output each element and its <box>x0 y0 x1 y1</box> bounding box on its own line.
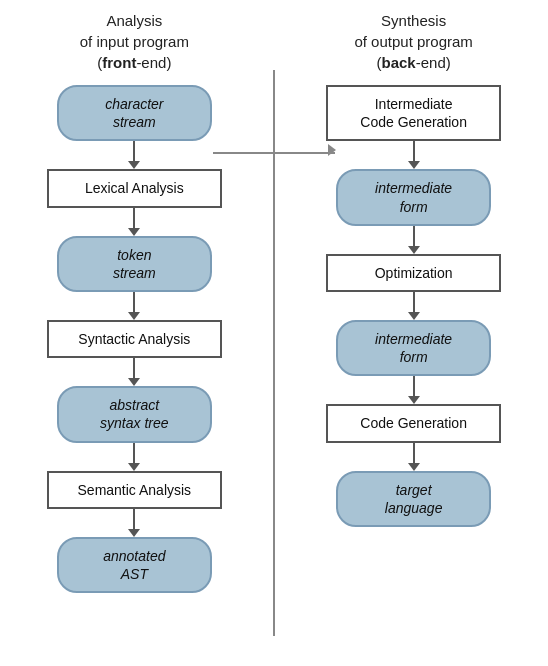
arrow-head <box>128 228 140 236</box>
arrow-r5 <box>408 443 420 471</box>
arrow-4 <box>128 358 140 386</box>
arrow-line <box>133 292 135 312</box>
right-column: Synthesisof output program(back-end) Int… <box>299 10 529 656</box>
arrow-2 <box>128 208 140 236</box>
h-connector <box>213 152 335 154</box>
diagram-container: Analysisof input program(front-end) char… <box>0 0 548 666</box>
arrow-line <box>133 358 135 378</box>
arrow-head <box>128 529 140 537</box>
intermediate-code-gen-box: IntermediateCode Generation <box>326 85 501 141</box>
abstract-syntax-tree-box: abstractsyntax tree <box>57 386 212 442</box>
left-bold: front <box>102 54 136 71</box>
arrow-line <box>133 443 135 463</box>
left-column: Analysisof input program(front-end) char… <box>19 10 249 656</box>
annotated-ast-box: annotatedAST <box>57 537 212 593</box>
intermediate-form-1-box: intermediateform <box>336 169 491 225</box>
arrow-line <box>133 141 135 161</box>
arrow-head <box>408 161 420 169</box>
left-header: Analysisof input program(front-end) <box>80 10 189 73</box>
arrow-head <box>408 463 420 471</box>
arrow-line <box>133 208 135 228</box>
arrow-r4 <box>408 376 420 404</box>
semantic-analysis-box: Semantic Analysis <box>47 471 222 509</box>
arrow-line <box>413 226 415 246</box>
lexical-analysis-box: Lexical Analysis <box>47 169 222 207</box>
arrow-r1 <box>408 141 420 169</box>
arrow-line <box>413 292 415 312</box>
h-connector-arrow <box>328 144 336 156</box>
right-header: Synthesisof output program(back-end) <box>354 10 472 73</box>
right-bold: back <box>382 54 416 71</box>
intermediate-form-2-box: intermediateform <box>336 320 491 376</box>
arrow-line <box>413 376 415 396</box>
arrow-5 <box>128 443 140 471</box>
code-generation-box: Code Generation <box>326 404 501 442</box>
optimization-box: Optimization <box>326 254 501 292</box>
arrow-3 <box>128 292 140 320</box>
target-language-box: targetlanguage <box>336 471 491 527</box>
arrow-head <box>408 312 420 320</box>
arrow-head <box>408 246 420 254</box>
arrow-head <box>128 378 140 386</box>
column-divider <box>273 70 275 636</box>
arrow-1 <box>128 141 140 169</box>
arrow-head <box>128 463 140 471</box>
arrow-head <box>128 312 140 320</box>
token-stream-box: tokenstream <box>57 236 212 292</box>
character-stream-box: characterstream <box>57 85 212 141</box>
syntactic-analysis-box: Syntactic Analysis <box>47 320 222 358</box>
arrow-head <box>128 161 140 169</box>
arrow-line <box>413 443 415 463</box>
arrow-r2 <box>408 226 420 254</box>
arrow-r3 <box>408 292 420 320</box>
arrow-6 <box>128 509 140 537</box>
arrow-line <box>133 509 135 529</box>
arrow-head <box>408 396 420 404</box>
arrow-line <box>413 141 415 161</box>
